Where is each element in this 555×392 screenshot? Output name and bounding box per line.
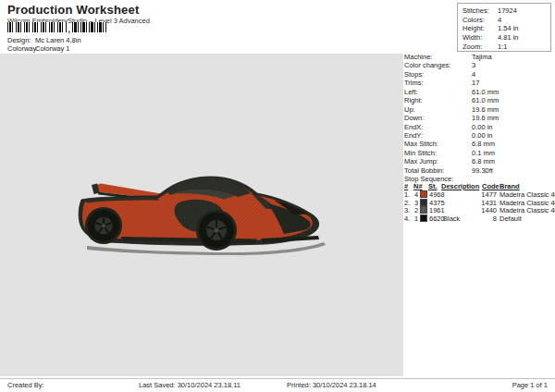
colorway-value: Colorway 1: [35, 44, 70, 53]
machine-row: Down:19.6 mm: [404, 114, 554, 122]
footer-last-saved: Last Saved: 30/10/2024 23.18.11: [139, 381, 240, 389]
stat-stitches: Stitches:17924: [462, 6, 550, 16]
stat-width: Width:4.81 in: [462, 33, 550, 43]
colorway-row: Colorway:Colorway 1: [7, 44, 70, 53]
machine-row: Color changes:3: [404, 61, 554, 69]
design-stats-box: Stitches:17924 Colors:4 Height:1.54 in W…: [457, 3, 551, 52]
machine-row: Trims:17: [404, 79, 554, 87]
stop-sequence-row: 1. 4 4968 1477 Madeira Classic 40: [404, 190, 555, 199]
colorway-label: Colorway:: [7, 44, 35, 53]
footer-created-by: Created By:: [7, 381, 44, 389]
thread-color-swatch: [421, 200, 426, 205]
machine-row: Up:19.6 mm: [404, 105, 554, 114]
design-canvas: [0, 54, 403, 376]
stat-colors: Colors:4: [462, 16, 550, 25]
machine-info-panel: Machine:Tajima Color changes:3 Stops:4 T…: [404, 53, 554, 175]
machine-row: EndY:0.00 in: [404, 131, 554, 140]
stop-sequence-header: # N# St. Description Code Brand: [404, 182, 555, 190]
machine-row: Stops:4: [404, 70, 554, 79]
design-preview-mclaren-p1: [76, 172, 332, 261]
machine-row: Max Jump:6.8 mm: [404, 157, 554, 165]
stop-sequence-table: 1. 4 4968 1477 Madeira Classic 40 2. 3 4…: [404, 190, 555, 224]
thread-color-swatch: [421, 215, 426, 221]
machine-row: Machine:Tajima: [404, 53, 554, 61]
design-barcode: ,: [7, 22, 106, 32]
col-description: Description: [441, 182, 479, 190]
stat-zoom: Zoom:1:1: [462, 43, 550, 52]
machine-row: Right:61.0 mm: [404, 96, 554, 104]
barcode-bars-right: [72, 22, 106, 32]
stop-sequence-row: 4. 1 6620 Black 8 Default: [404, 214, 555, 223]
machine-row: Left:61.0 mm: [404, 88, 554, 96]
col-brand: Brand: [500, 182, 520, 190]
stop-sequence-row: 2. 3 4375 1431 Madeira Classic 40: [404, 199, 555, 207]
footer-printed: Printed: 30/10/2024 23.18.14: [287, 381, 376, 389]
machine-row: Total Bobbin:99.30ft: [404, 166, 554, 175]
thread-color-swatch: [421, 191, 426, 197]
machine-row: EndX:0.00 in: [404, 123, 554, 131]
col-code: Code: [482, 182, 500, 190]
footer-divider: [0, 378, 555, 379]
car-rear-wheel: [85, 207, 122, 244]
car-front-wheel: [196, 210, 237, 251]
col-stitches: St.: [428, 182, 438, 190]
machine-row: Max Stitch:6.8 mm: [404, 140, 554, 148]
col-num: #: [404, 182, 408, 190]
col-needle: N#: [413, 182, 423, 190]
stop-sequence-row: 3. 2 1961 1440 Madeira Classic 40: [404, 206, 555, 214]
machine-row: Min Stitch:0.1 mm: [404, 149, 554, 157]
thread-color-swatch: [421, 207, 426, 213]
stat-height: Height:1.54 in: [462, 24, 550, 33]
page-title: Production Worksheet: [7, 3, 139, 17]
barcode-bars-left: [7, 22, 67, 32]
footer-page-number: Page 1 of 1: [512, 381, 548, 389]
